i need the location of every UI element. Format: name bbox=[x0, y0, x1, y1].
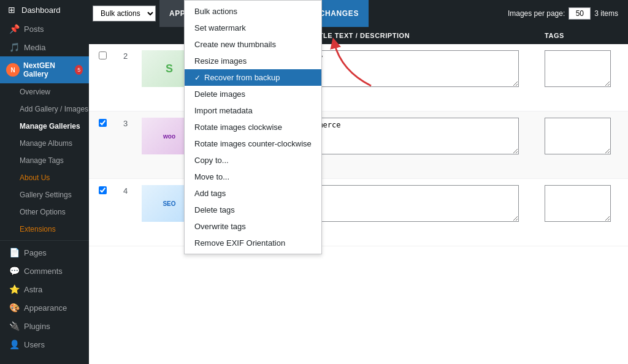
comments-label: Comments bbox=[24, 267, 63, 276]
dropdown-item-copy-to[interactable]: Copy to... bbox=[185, 152, 321, 169]
sidebar-item-users[interactable]: 👤 Users bbox=[0, 335, 89, 354]
sidebar-item-comments[interactable]: 💬 Comments bbox=[0, 262, 89, 280]
posts-icon: 📌 bbox=[9, 24, 20, 34]
th-num bbox=[123, 32, 142, 39]
row-checkbox-2[interactable] bbox=[99, 119, 107, 127]
sidebar-item-posts[interactable]: 📌 Posts bbox=[0, 20, 89, 38]
row-checkbox-3[interactable] bbox=[99, 186, 107, 194]
dropdown-item-label: Delete tags bbox=[194, 205, 235, 214]
row-alt-1: shopify bbox=[289, 50, 545, 89]
thumb-icon-aioseo: SEO bbox=[163, 200, 175, 207]
dropdown-item-label: Rotate images clockwise bbox=[194, 123, 282, 132]
dropdown-item-rotate-counter[interactable]: Rotate images counter-clockwise bbox=[185, 135, 321, 152]
sidebar-item-dashboard[interactable]: ⊞ Dashboard bbox=[0, 0, 89, 20]
tags-textarea-3[interactable] bbox=[545, 185, 611, 222]
manage-tags-label: Manage Tags bbox=[20, 156, 64, 165]
dropdown-item-rotate-clockwise[interactable]: Rotate images clockwise bbox=[185, 119, 321, 135]
about-us-label: About Us bbox=[20, 173, 50, 182]
alt-textarea-2[interactable]: woocommerce bbox=[289, 118, 519, 154]
sidebar-item-about-us[interactable]: About Us bbox=[17, 169, 89, 186]
row-tags-2 bbox=[545, 118, 618, 156]
users-icon: 👤 bbox=[9, 339, 20, 349]
th-alt-title: ALT & TITLE TEXT / DESCRIPTION bbox=[289, 32, 545, 39]
overview-label: Overview bbox=[20, 88, 50, 96]
row-alt-2: woocommerce bbox=[289, 118, 545, 156]
sidebar-item-media[interactable]: 🎵 Media bbox=[0, 38, 89, 56]
dropdown-item-overwrite-tags[interactable]: Overwrite tags bbox=[185, 218, 321, 235]
dashboard-icon: ⊞ bbox=[6, 5, 17, 15]
dropdown-item-create-thumbnails[interactable]: Create new thumbnails bbox=[185, 36, 321, 53]
dropdown-item-remove-exif[interactable]: Remove EXIF Orientation bbox=[185, 235, 321, 251]
dropdown-item-label: Add tags bbox=[194, 189, 226, 198]
nextgen-logo: N bbox=[6, 63, 20, 77]
sidebar-item-nextgen[interactable]: N NextGEN Gallery 5 bbox=[0, 56, 89, 83]
dropdown-item-set-watermark[interactable]: Set watermark bbox=[185, 20, 321, 36]
sidebar-item-extensions[interactable]: Extensions bbox=[17, 221, 89, 238]
sidebar-item-gallery-settings[interactable]: Gallery Settings bbox=[17, 186, 89, 203]
row-check-1 bbox=[99, 50, 123, 61]
alt-textarea-3[interactable]: aioseo bbox=[289, 185, 519, 222]
items-count: 3 items bbox=[594, 9, 618, 18]
sidebar-item-manage-albums[interactable]: Manage Albums bbox=[17, 135, 89, 152]
dropdown-item-delete-images[interactable]: Delete images bbox=[185, 86, 321, 102]
sidebar-item-other-options[interactable]: Other Options bbox=[17, 203, 89, 221]
toolbar: Bulk actions APPLY SORT GALLERY SAVE CHA… bbox=[89, 0, 628, 27]
dropdown-item-bulk-actions[interactable]: Bulk actions bbox=[185, 3, 321, 20]
dropdown-item-label: Move to... bbox=[194, 172, 229, 181]
manage-galleries-label: Manage Galleries bbox=[20, 122, 80, 131]
dropdown-item-label: Recover from backup bbox=[204, 73, 280, 82]
main-content: Bulk actions APPLY SORT GALLERY SAVE CHA… bbox=[89, 0, 628, 364]
alt-textarea-1[interactable]: shopify bbox=[289, 50, 519, 87]
dropdown-item-label: Create new thumbnails bbox=[194, 40, 276, 49]
th-check bbox=[99, 32, 123, 39]
sidebar-item-manage-tags[interactable]: Manage Tags bbox=[17, 152, 89, 169]
images-per-page-control: Images per page: 3 items bbox=[498, 7, 628, 20]
sidebar-item-overview[interactable]: Overview bbox=[17, 83, 89, 100]
users-label: Users bbox=[24, 340, 45, 349]
row-checkbox-1[interactable] bbox=[99, 51, 107, 59]
row-num-1: 2 bbox=[123, 50, 142, 61]
recover-arrow bbox=[328, 37, 377, 94]
astra-label: Astra bbox=[24, 285, 42, 294]
pages-label: Pages bbox=[24, 248, 47, 257]
row-tags-1 bbox=[545, 50, 618, 89]
pages-icon: 📄 bbox=[9, 248, 20, 257]
row-tags-3 bbox=[545, 185, 618, 224]
images-per-page-input[interactable] bbox=[569, 7, 591, 20]
dropdown-item-add-tags[interactable]: Add tags bbox=[185, 185, 321, 202]
dropdown-item-label: Remove EXIF Orientation bbox=[194, 238, 285, 248]
row-num-2: 3 bbox=[123, 118, 142, 128]
tags-textarea-1[interactable] bbox=[545, 50, 611, 87]
dropdown-item-label: Bulk actions bbox=[194, 7, 237, 16]
dropdown-item-move-to[interactable]: Move to... bbox=[185, 169, 321, 185]
thumb-icon-woocommerce: woo bbox=[163, 133, 175, 140]
sidebar-item-label: Dashboard bbox=[21, 6, 61, 15]
dropdown-item-label: Copy to... bbox=[194, 156, 229, 165]
sidebar-item-appearance[interactable]: 🎨 Appearance bbox=[0, 298, 89, 317]
sidebar-item-manage-galleries[interactable]: Manage Galleries bbox=[17, 118, 89, 135]
images-per-page-label: Images per page: bbox=[508, 9, 565, 18]
sidebar-divider-1 bbox=[0, 240, 89, 241]
row-num-3: 4 bbox=[123, 185, 142, 195]
dropdown-item-label: Overwrite tags bbox=[194, 222, 246, 231]
plugins-label: Plugins bbox=[24, 322, 50, 331]
sidebar-item-astra[interactable]: ⭐ Astra bbox=[0, 280, 89, 298]
sidebar-item-label: Media bbox=[24, 43, 45, 52]
appearance-icon: 🎨 bbox=[9, 303, 20, 313]
dropdown-item-import-metadata[interactable]: Import metadata bbox=[185, 102, 321, 119]
dropdown-item-delete-tags[interactable]: Delete tags bbox=[185, 202, 321, 218]
gallery-settings-label: Gallery Settings bbox=[20, 191, 72, 199]
extensions-label: Extensions bbox=[20, 225, 56, 233]
row-check-2 bbox=[99, 118, 123, 129]
dropdown-item-resize-images[interactable]: Resize images bbox=[185, 53, 321, 69]
dropdown-item-label: Import metadata bbox=[194, 106, 253, 115]
sidebar-item-plugins[interactable]: 🔌 Plugins bbox=[0, 317, 89, 335]
tags-textarea-2[interactable] bbox=[545, 118, 611, 154]
bulk-actions-select[interactable]: Bulk actions bbox=[93, 6, 156, 21]
dropdown-item-recover-backup[interactable]: ✓ Recover from backup bbox=[185, 69, 321, 86]
sidebar-item-pages[interactable]: 📄 Pages bbox=[0, 243, 89, 262]
dropdown-item-label: Resize images bbox=[194, 56, 247, 66]
sidebar-item-add-gallery[interactable]: Add Gallery / Images bbox=[17, 100, 89, 118]
table-row: 4 SEO aioseo.png September 7, 2024 1156 … bbox=[89, 179, 628, 246]
thumb-icon-shopify: S bbox=[166, 63, 173, 75]
